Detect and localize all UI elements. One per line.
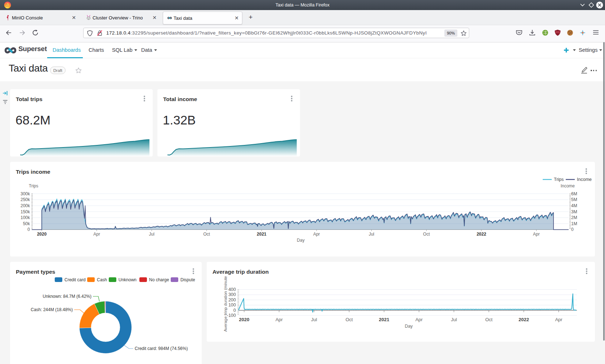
svg-text:5M: 5M <box>571 197 577 202</box>
svg-text:250k: 250k <box>21 197 30 202</box>
svg-text:Jul: Jul <box>451 317 457 322</box>
svg-text:Oct: Oct <box>203 232 210 237</box>
svg-text:Unknown: 84.7M (6.42%): Unknown: 84.7M (6.42%) <box>43 294 91 299</box>
svg-text:Jul: Jul <box>311 317 317 322</box>
svg-text:Cash: Cash <box>97 277 107 282</box>
svg-text:Average trinp duration (minute: Average trinp duration (minute <box>223 276 228 332</box>
svg-text:-100: -100 <box>227 313 236 318</box>
svg-text:Trips: Trips <box>29 183 38 188</box>
svg-text:2021: 2021 <box>257 232 266 237</box>
svg-text:Unknown: Unknown <box>118 277 136 282</box>
svg-text:Oct: Oct <box>423 232 430 237</box>
svg-text:150k: 150k <box>21 209 30 214</box>
svg-text:Jul: Jul <box>149 232 154 237</box>
svg-text:Income: Income <box>577 177 592 182</box>
svg-text:300: 300 <box>228 292 236 297</box>
svg-text:Oct: Oct <box>345 317 353 322</box>
svg-text:300k: 300k <box>21 191 30 196</box>
svg-text:Cash: 244M (18.48%): Cash: 244M (18.48%) <box>31 307 73 312</box>
svg-text:Apr: Apr <box>533 232 540 237</box>
svg-text:Day: Day <box>405 324 413 329</box>
svg-text:2M: 2M <box>571 215 577 220</box>
svg-text:100k: 100k <box>21 215 30 220</box>
svg-text:0: 0 <box>27 227 30 232</box>
svg-text:Apr: Apr <box>275 317 283 322</box>
svg-text:Dispute: Dispute <box>180 277 195 282</box>
svg-text:200k: 200k <box>21 203 30 208</box>
svg-text:400: 400 <box>228 287 236 292</box>
svg-text:Apr: Apr <box>313 232 320 237</box>
svg-text:4M: 4M <box>571 203 577 208</box>
svg-text:Oct: Oct <box>485 317 493 322</box>
svg-text:Jul: Jul <box>369 232 374 237</box>
svg-text:6M: 6M <box>571 191 577 196</box>
svg-text:2022: 2022 <box>476 232 486 237</box>
svg-text:0: 0 <box>571 227 574 232</box>
svg-text:200: 200 <box>228 297 236 302</box>
svg-text:2021: 2021 <box>379 317 389 322</box>
svg-text:100: 100 <box>228 302 236 308</box>
svg-text:50k: 50k <box>23 221 30 226</box>
svg-text:Apr: Apr <box>555 317 563 322</box>
svg-text:Trips: Trips <box>554 177 564 182</box>
svg-text:3M: 3M <box>571 209 577 214</box>
svg-text:2022: 2022 <box>519 317 529 322</box>
svg-text:Credit card: 984M (74.56%): Credit card: 984M (74.56%) <box>135 346 188 351</box>
svg-text:Apr: Apr <box>93 232 100 237</box>
svg-text:Income: Income <box>561 183 575 188</box>
svg-text:No charge: No charge <box>149 277 169 282</box>
svg-text:Credit card: Credit card <box>64 277 86 282</box>
svg-text:2020: 2020 <box>239 317 250 322</box>
svg-text:1M: 1M <box>571 221 577 226</box>
svg-text:Day: Day <box>297 238 304 243</box>
svg-text:0: 0 <box>233 308 236 313</box>
svg-text:Apr: Apr <box>415 317 423 322</box>
svg-text:2020: 2020 <box>37 232 47 237</box>
